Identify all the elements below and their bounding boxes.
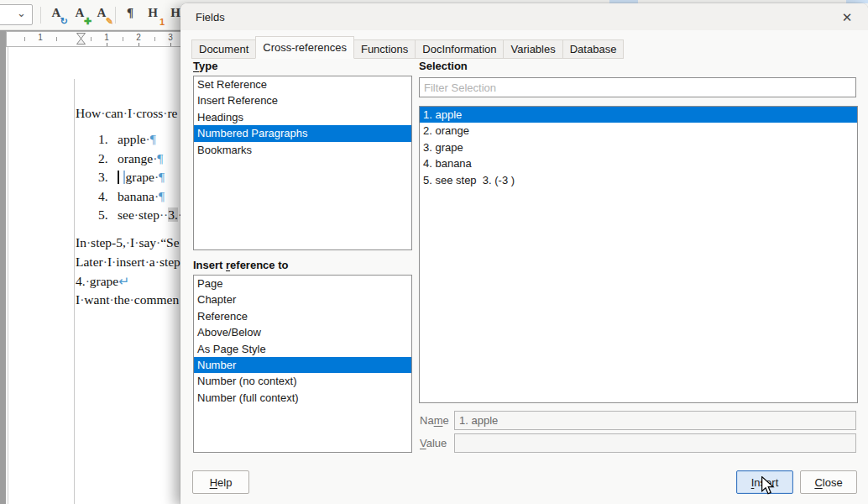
list-item[interactable]: 5. see step 3. (-3 ) xyxy=(420,172,857,188)
selection-group-label: Selection xyxy=(419,60,468,72)
list-item[interactable]: Headings xyxy=(194,109,411,125)
list-item[interactable]: 3. grape xyxy=(420,139,857,155)
toolbar-separator xyxy=(115,7,116,24)
list-item[interactable]: Set Reference xyxy=(194,76,411,92)
list-item[interactable]: Number xyxy=(194,357,411,373)
update-style-icon[interactable]: A↻ xyxy=(46,5,66,25)
selection-listbox[interactable]: 1. apple2. orange3. grape4. banana5. see… xyxy=(419,106,858,403)
document-paragraph: 4.·grape↵ xyxy=(76,274,129,291)
ruler-tick xyxy=(91,37,92,41)
dialog-tabstrip: DocumentCross-referencesFunctionsDocInfo… xyxy=(191,36,623,59)
ruler-tick xyxy=(154,37,155,41)
pilcrow-mark: ¶ xyxy=(159,189,165,203)
value-input xyxy=(454,433,856,453)
dialog-title: Fields xyxy=(196,11,225,24)
list-item[interactable]: Page xyxy=(194,276,411,291)
tab-document[interactable]: Document xyxy=(191,39,256,59)
screen: ⌄ A↻A✚A✎¶H1H2 1123 How·can·I·cross·re1.a… xyxy=(0,0,868,504)
name-label: Name xyxy=(420,414,449,427)
toolbar-separator xyxy=(40,7,41,24)
document-list-item: 1.apple·¶ xyxy=(76,132,156,149)
ruler-number: 2 xyxy=(136,33,141,42)
chevron-down-icon: ⌄ xyxy=(17,7,26,19)
formatting-marks-icon[interactable]: ¶ xyxy=(120,5,140,25)
document-paragraph: How·can·I·cross·re xyxy=(76,106,177,123)
page-edge-line xyxy=(8,47,8,504)
ruler-tick xyxy=(123,37,123,41)
list-item[interactable]: Chapter xyxy=(194,291,411,307)
list-item[interactable]: Reference xyxy=(194,308,411,324)
list-item[interactable]: Above/Below xyxy=(194,324,411,340)
help-button[interactable]: Help xyxy=(192,470,249,494)
type-group-label: Type xyxy=(193,60,217,72)
document-paragraph: I·want·the·commen xyxy=(76,292,179,309)
insert-reference-to-listbox[interactable]: PageChapterReferenceAbove/BelowAs Page S… xyxy=(193,275,412,453)
document-paragraph: Later·I·insert·a·step xyxy=(76,255,180,271)
list-item[interactable]: As Page Style xyxy=(194,341,411,357)
ruler-number: 3 xyxy=(168,33,173,42)
list-item[interactable]: 2. orange xyxy=(420,123,857,139)
dialog-titlebar[interactable]: Fields ✕ xyxy=(180,3,868,30)
ruler-tick xyxy=(24,37,25,41)
insert-reference-to-group-label: Insert reference to xyxy=(193,259,288,271)
paragraph-style-combobox[interactable]: ⌄ xyxy=(0,4,33,25)
list-item[interactable]: Number (full context) xyxy=(194,390,411,406)
pilcrow-mark: ¶ xyxy=(159,170,165,184)
document-list-item: 4.banana·¶ xyxy=(76,189,165,206)
new-style-icon[interactable]: A✚ xyxy=(70,5,90,25)
linebreak-mark: ↵ xyxy=(118,274,129,288)
tab-functions[interactable]: Functions xyxy=(353,39,416,59)
name-input xyxy=(454,411,856,430)
list-item[interactable]: Numbered Paragraphs xyxy=(194,125,411,141)
close-button[interactable]: Close xyxy=(800,470,857,494)
ruler-number: 1 xyxy=(38,33,43,42)
ruler-indent-marker[interactable] xyxy=(76,32,86,45)
ruler-tick xyxy=(56,37,57,41)
type-listbox[interactable]: Set ReferenceInsert ReferenceHeadingsNum… xyxy=(193,76,412,250)
filter-selection-input[interactable] xyxy=(419,77,856,97)
list-item[interactable]: Insert Reference xyxy=(194,92,411,108)
ruler-tabstop-mark xyxy=(170,43,171,46)
list-item[interactable]: Number (no context) xyxy=(194,373,411,389)
document-paragraph: In·step-5,·I·say·“Se xyxy=(76,235,180,252)
tab-cross-references[interactable]: Cross-references xyxy=(255,36,354,59)
mouse-cursor xyxy=(760,476,776,495)
edit-style-icon[interactable]: A✎ xyxy=(92,5,112,25)
document-list-item: 3.grape·¶ xyxy=(76,170,165,186)
list-item[interactable]: Bookmarks xyxy=(194,142,411,158)
tab-variables[interactable]: Variables xyxy=(503,39,562,59)
pilcrow-mark: ¶ xyxy=(157,151,163,165)
ruler-tabstop-mark xyxy=(107,43,107,46)
pilcrow-mark: ¶ xyxy=(150,132,156,146)
value-label: Value xyxy=(420,437,447,449)
tab-database[interactable]: Database xyxy=(562,39,625,59)
fields-dialog: Fields ✕ DocumentCross-referencesFunctio… xyxy=(180,3,868,504)
ruler-tabstop-mark xyxy=(139,43,139,46)
text-boundary-line xyxy=(74,79,75,504)
close-icon[interactable]: ✕ xyxy=(836,8,858,27)
heading-1-icon[interactable]: H1 xyxy=(143,5,163,25)
text-caret xyxy=(118,171,119,184)
list-item[interactable]: 1. apple xyxy=(420,107,857,123)
reference-field: 3. xyxy=(168,207,178,222)
document-list-item: 2.orange·¶ xyxy=(76,151,163,168)
document-list-item: 5.see·step··3.· xyxy=(76,207,186,224)
tab-docinformation[interactable]: DocInformation xyxy=(415,39,504,59)
list-item[interactable]: 4. banana xyxy=(420,155,857,171)
ruler-number: 1 xyxy=(104,33,109,42)
